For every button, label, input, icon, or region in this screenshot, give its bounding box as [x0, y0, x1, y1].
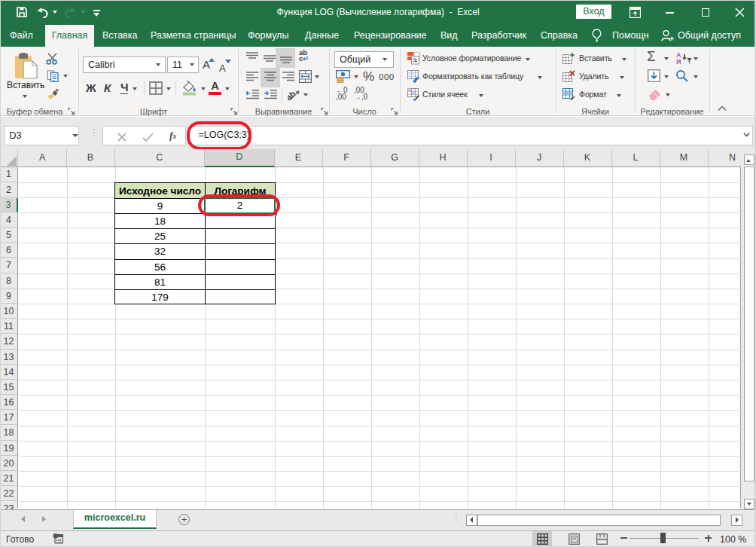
svg-text:ab: ab	[288, 89, 297, 102]
svg-text:Я: Я	[676, 58, 681, 65]
